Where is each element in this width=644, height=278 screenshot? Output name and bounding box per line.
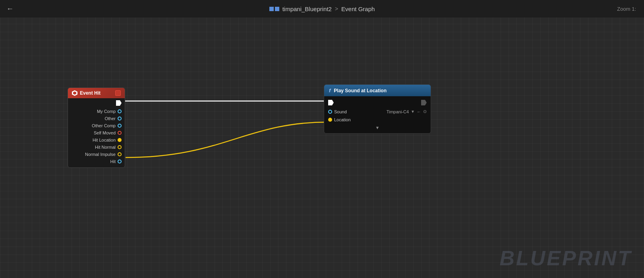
pin-row-hit-location: Hit Location bbox=[68, 136, 125, 144]
pin-hit-location[interactable] bbox=[118, 138, 122, 142]
blueprint-watermark: BLUEPRINT bbox=[499, 246, 632, 270]
event-hit-icon bbox=[72, 90, 77, 96]
pin-row-my-comp: My Comp bbox=[68, 108, 125, 115]
pin-row-other: Other bbox=[68, 115, 125, 122]
play-sound-exec-row bbox=[324, 98, 431, 107]
pin-self-moved[interactable] bbox=[118, 131, 122, 135]
bp-icon-square-2 bbox=[275, 7, 279, 11]
pin-label-normal-impulse: Normal Impulse bbox=[85, 152, 116, 157]
event-hit-title: Event Hit bbox=[80, 90, 113, 96]
event-hit-node[interactable]: Event Hit My Comp Other Other Comp Self … bbox=[68, 87, 125, 168]
blueprint-canvas[interactable]: Event Hit My Comp Other Other Comp Self … bbox=[0, 17, 644, 278]
pin-sound[interactable] bbox=[328, 110, 332, 114]
pin-label-self-moved: Self Moved bbox=[94, 130, 116, 135]
breadcrumb-separator: > bbox=[335, 6, 338, 12]
sound-dropdown-icon[interactable]: ▼ bbox=[411, 109, 415, 114]
graph-name[interactable]: Event Graph bbox=[341, 6, 375, 12]
pin-my-comp[interactable] bbox=[118, 109, 122, 113]
pin-row-sound: Sound Timpani-C4 ▼ ← ⊙ bbox=[324, 107, 431, 116]
pin-row-normal-impulse: Normal Impulse bbox=[68, 151, 125, 158]
pin-row-self-moved: Self Moved bbox=[68, 129, 125, 136]
play-sound-body: Sound Timpani-C4 ▼ ← ⊙ Location ▼ bbox=[324, 96, 431, 133]
function-icon: f bbox=[329, 87, 331, 93]
location-connection-line bbox=[126, 122, 328, 157]
event-hit-header: Event Hit bbox=[68, 88, 125, 98]
pin-row-hit: Hit bbox=[68, 158, 125, 165]
breadcrumb: timpani_Blueprint2 > Event Graph bbox=[269, 6, 375, 12]
sound-nav-back-icon[interactable]: ← bbox=[417, 109, 421, 114]
play-sound-node[interactable]: f Play Sound at Location Sound Timpani-C… bbox=[324, 84, 431, 134]
play-sound-exec-out-pin[interactable] bbox=[421, 100, 427, 105]
pin-label-my-comp: My Comp bbox=[97, 109, 116, 114]
pin-hit-normal[interactable] bbox=[118, 145, 122, 149]
blueprint-name[interactable]: timpani_Blueprint2 bbox=[282, 6, 332, 12]
event-hit-exec-row bbox=[68, 98, 125, 108]
pin-label-hit-normal: Hit Normal bbox=[95, 145, 116, 150]
pin-row-hit-normal: Hit Normal bbox=[68, 144, 125, 151]
pin-hit[interactable] bbox=[118, 159, 122, 163]
pin-label-sound: Sound bbox=[334, 109, 385, 114]
pin-other-comp[interactable] bbox=[118, 124, 122, 128]
pin-location[interactable] bbox=[328, 118, 332, 122]
pin-label-hit: Hit bbox=[110, 159, 116, 164]
event-hit-icon-inner bbox=[73, 91, 76, 95]
pin-label-other-comp: Other Comp bbox=[92, 123, 116, 128]
pin-row-other-comp: Other Comp bbox=[68, 122, 125, 129]
sound-search-icon[interactable]: ⊙ bbox=[423, 109, 427, 114]
expand-node-button[interactable]: ▼ bbox=[324, 124, 431, 132]
bp-icon-square-1 bbox=[269, 7, 274, 11]
pin-normal-impulse[interactable] bbox=[118, 152, 122, 156]
play-sound-title: Play Sound at Location bbox=[334, 88, 387, 93]
play-sound-exec-in-pin[interactable] bbox=[328, 100, 334, 105]
event-hit-exec-out-pin[interactable] bbox=[116, 100, 122, 106]
play-sound-header: f Play Sound at Location bbox=[324, 85, 431, 96]
top-bar: ← timpani_Blueprint2 > Event Graph Zoom … bbox=[0, 0, 644, 17]
pin-label-other: Other bbox=[104, 116, 116, 121]
event-hit-close-button[interactable] bbox=[115, 90, 121, 96]
pin-row-location: Location bbox=[324, 116, 431, 124]
pin-sound-value: Timpani-C4 bbox=[387, 109, 409, 114]
blueprint-icon bbox=[269, 7, 279, 11]
pin-label-location: Location bbox=[334, 117, 427, 122]
zoom-label: Zoom 1: bbox=[617, 6, 636, 12]
back-arrow-icon[interactable]: ← bbox=[6, 5, 14, 13]
pin-label-hit-location: Hit Location bbox=[93, 138, 116, 142]
pin-other[interactable] bbox=[118, 117, 122, 121]
